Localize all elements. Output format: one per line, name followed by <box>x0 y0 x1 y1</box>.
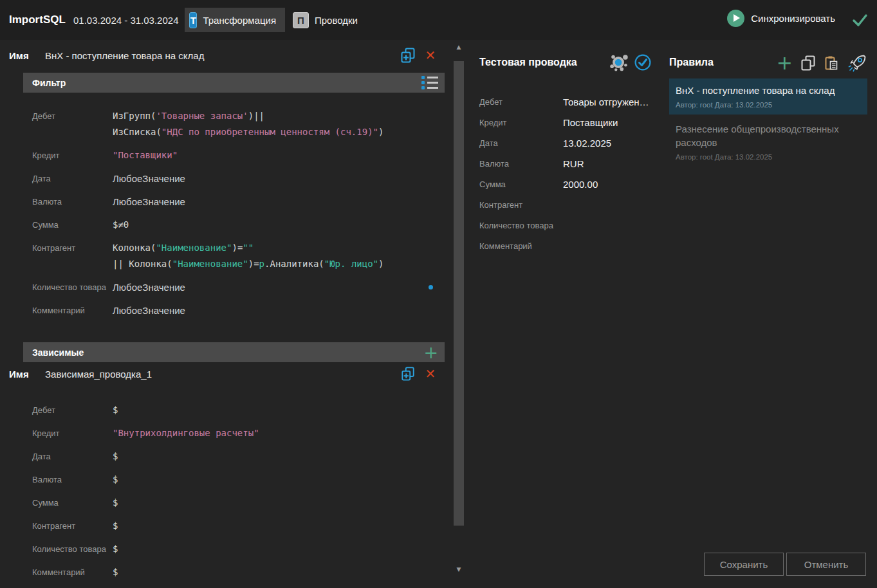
code-segment: ) <box>248 111 254 121</box>
scrollbar-thumb[interactable] <box>454 61 464 526</box>
test-field-value[interactable]: Поставщики <box>563 115 618 131</box>
field-value[interactable]: ИзГрупп('Товарные запасы')||ИзСписка("НД… <box>113 108 383 140</box>
scroll-up-icon[interactable]: ▲ <box>452 44 465 50</box>
field-value[interactable]: ЛюбоеЗначение <box>113 302 185 318</box>
save-button[interactable]: Сохранить <box>704 553 784 576</box>
tab-transformation[interactable]: Т Трансформация <box>185 8 285 32</box>
field-label: Комментарий <box>23 564 113 580</box>
dependent-name-row: Имя Зависимая_проводка_1 ✕ <box>0 366 445 384</box>
code-segment: )= <box>232 243 243 253</box>
test-field-value[interactable]: 13.02.2025 <box>563 135 611 151</box>
field-value[interactable]: "Поставщики" <box>113 147 178 163</box>
test-field-row: ДебетТовары отгружен… <box>479 94 660 110</box>
field-row: Сумма$≠0 <box>23 217 445 233</box>
field-value[interactable]: $ <box>113 495 118 511</box>
field-label: Дата <box>23 448 113 464</box>
delete-dependent-icon[interactable]: ✕ <box>423 366 438 381</box>
dependent-rows: Дебет$Кредит"Внутрихолдинговые расчеты"Д… <box>23 402 445 587</box>
code-segment: $ <box>113 451 118 461</box>
list-options-icon[interactable] <box>421 76 438 89</box>
vertical-scrollbar[interactable]: ▲ ▼ <box>452 40 465 588</box>
field-row: КомментарийЛюбоеЗначение <box>23 302 445 318</box>
dependents-section-title: Зависимые <box>23 347 84 358</box>
field-value[interactable]: ЛюбоеЗначение <box>113 279 185 295</box>
field-value[interactable]: $ <box>113 541 118 557</box>
field-row: ДебетИзГрупп('Товарные запасы')||ИзСписк… <box>23 108 445 140</box>
delete-rule-icon[interactable]: ✕ <box>423 48 438 63</box>
rule-item-meta: Автор: root Дата: 13.02.2025 <box>676 101 861 109</box>
add-dependent-icon[interactable]: + <box>423 344 438 361</box>
field-label: Комментарий <box>23 302 113 318</box>
date-range[interactable]: 01.03.2024 - 31.03.2024 <box>73 15 178 26</box>
test-field-row: ВалютаRUR <box>479 156 660 172</box>
add-rule-icon[interactable]: + <box>777 53 793 73</box>
rocket-run-icon[interactable] <box>847 53 867 73</box>
status-dot <box>429 285 433 289</box>
field-label: Сумма <box>23 495 113 511</box>
validate-check-icon[interactable] <box>634 53 652 71</box>
filter-section-header: Фильтр <box>23 73 445 93</box>
field-value[interactable]: $ <box>113 472 118 488</box>
code-line: Колонка("Наименование")="" <box>113 240 383 256</box>
field-value[interactable]: $ <box>113 402 118 418</box>
top-bar: ImportSQL 01.03.2024 - 31.03.2024 Т Тран… <box>0 0 877 40</box>
code-segment: $ <box>113 544 118 554</box>
synchronize-button[interactable]: Синхронизировать <box>727 10 835 27</box>
field-label: Количество товара <box>23 279 113 295</box>
test-field-value[interactable]: RUR <box>563 156 584 172</box>
test-field-label: Количество товара <box>479 217 563 234</box>
code-segment: "Юр. лицо" <box>324 259 378 269</box>
field-row: Дата$ <box>23 448 445 464</box>
code-line: "Поставщики" <box>113 147 178 163</box>
code-segment: $ <box>113 474 118 484</box>
tab-entries[interactable]: П Проводки <box>288 8 367 32</box>
field-label: Дата <box>23 170 113 187</box>
dependent-name-label: Имя <box>9 369 29 380</box>
field-row: ВалютаЛюбоеЗначение <box>23 194 445 210</box>
duplicate-icon[interactable] <box>400 48 416 63</box>
field-value[interactable]: $ <box>113 564 118 580</box>
test-field-value[interactable]: 2000.00 <box>563 176 598 192</box>
field-row: Дебет$ <box>23 402 445 418</box>
field-value[interactable]: ЛюбоеЗначение <box>113 194 185 210</box>
test-field-label: Комментарий <box>479 238 563 254</box>
field-value[interactable]: $ <box>113 518 118 534</box>
code-line: $ <box>113 564 118 580</box>
field-label: Валюта <box>23 194 113 210</box>
field-label: Сумма <box>23 217 113 233</box>
paste-icon[interactable] <box>824 55 839 71</box>
duplicate-dependent-icon[interactable] <box>400 366 416 381</box>
field-value[interactable]: "Внутрихолдинговые расчеты" <box>113 425 259 441</box>
code-line: $≠0 <box>113 217 129 233</box>
tab-entries-label: Проводки <box>315 15 358 26</box>
scroll-down-icon[interactable]: ▼ <box>452 566 465 573</box>
code-segment: $ <box>113 405 118 415</box>
code-segment: Колонка( <box>113 243 156 253</box>
field-value[interactable]: $ <box>113 448 118 464</box>
test-field-label: Дебет <box>479 94 563 110</box>
rule-name-value[interactable]: ВнХ - поступление товара на склад <box>45 50 204 61</box>
rule-item[interactable]: Разнесение общепроизводственных расходов… <box>669 117 867 167</box>
field-value[interactable]: Колонка("Наименование")=""|| Колонка("На… <box>113 240 383 272</box>
dependent-name-value[interactable]: Зависимая_проводка_1 <box>45 369 152 380</box>
turtle-debug-icon[interactable] <box>608 51 630 73</box>
test-field-label: Дата <box>479 135 563 151</box>
code-segment: 'Товарные запасы' <box>156 111 248 121</box>
field-label: Контрагент <box>23 240 113 272</box>
field-value[interactable]: ЛюбоеЗначение <box>113 170 185 187</box>
code-segment: "Поставщики" <box>113 150 178 160</box>
cancel-button[interactable]: Отменить <box>786 553 866 576</box>
field-row: ДатаЛюбоеЗначение <box>23 170 445 187</box>
code-line: "Внутрихолдинговые расчеты" <box>113 425 259 441</box>
test-transaction-panel: Тестовая проводка ДебетТ <box>479 40 660 588</box>
rule-item[interactable]: ВнХ - поступление товара на складАвтор: … <box>669 78 867 115</box>
confirm-check-icon[interactable] <box>850 11 869 29</box>
field-value[interactable]: $≠0 <box>113 217 129 233</box>
dependents-section-header: Зависимые + <box>23 342 445 362</box>
test-field-value[interactable]: Товары отгружен… <box>563 94 649 110</box>
transformation-tab-icon: Т <box>189 12 197 28</box>
copy-icon[interactable] <box>800 55 816 71</box>
rule-item-title: Разнесение общепроизводственных расходов <box>676 122 861 149</box>
rules-title: Правила <box>669 57 714 68</box>
code-segment: "Внутрихолдинговые расчеты" <box>113 428 259 438</box>
